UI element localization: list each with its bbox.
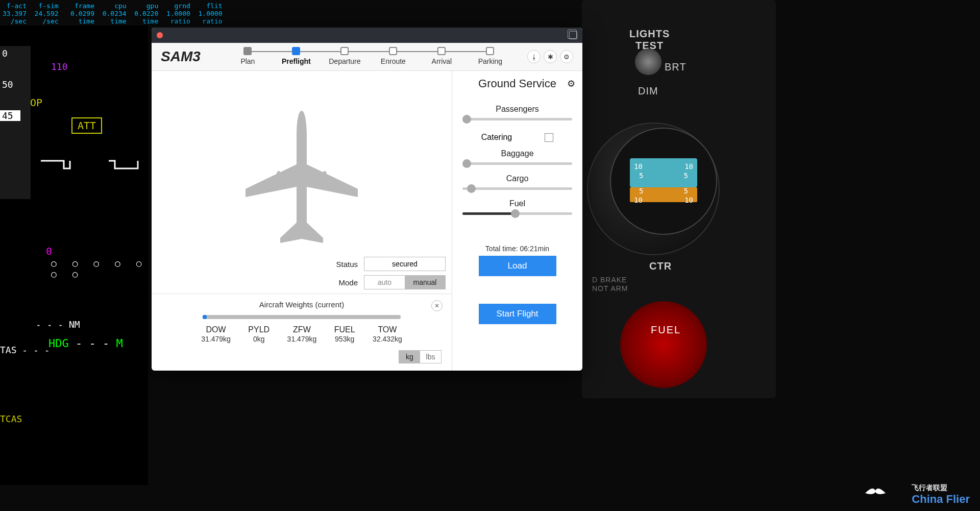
weight-columns: DOW31.479kg PYLD0kg ZFW31.479kg FUEL953k… <box>192 325 411 343</box>
total-time: Total time: 06:21min <box>461 245 573 253</box>
brake-label-1: D BRAKE <box>592 276 627 284</box>
step-departure[interactable]: Departure <box>321 47 369 65</box>
gs-settings-icon[interactable]: ⚙ <box>567 78 575 89</box>
flight-phase-stepper: Plan Preflight Departure Enroute Arrival… <box>211 47 527 65</box>
weight-pyld: PYLD0kg <box>248 325 270 343</box>
weights-panel: Aircraft Weights (current) ✕ DOW31.479kg… <box>152 294 452 371</box>
gear-icon[interactable]: ⚙ <box>560 50 573 63</box>
aircraft-panel: Status secured Mode auto manual Aircraft… <box>152 71 452 371</box>
lights-knob[interactable] <box>635 48 662 75</box>
catering-label: Catering <box>481 133 512 142</box>
start-flight-button[interactable]: Start Flight <box>479 304 556 324</box>
magenta-marker: 0 <box>46 245 52 257</box>
baggage-slider[interactable] <box>462 162 572 165</box>
ground-service-panel: Ground Service ⚙ Passengers Catering Bag… <box>452 71 582 371</box>
fuel-gauge: FUEL <box>620 301 707 388</box>
unit-lbs[interactable]: lbs <box>420 351 441 363</box>
unit-toggle[interactable]: kg lbs <box>399 350 442 363</box>
att-flag: ATT <box>71 117 102 134</box>
step-parking[interactable]: Parking <box>466 47 514 65</box>
close-button[interactable] <box>157 32 163 38</box>
tas-readout: TAS - - - <box>0 345 50 355</box>
mode-manual[interactable]: manual <box>405 276 445 289</box>
dim-label: DIM <box>638 85 658 97</box>
watermark-logo-icon <box>863 478 888 503</box>
aircraft-silhouette-icon <box>240 106 363 259</box>
settings-icon[interactable]: ✱ <box>544 50 557 63</box>
restore-window-icon[interactable] <box>569 31 577 39</box>
catering-checkbox[interactable] <box>545 133 553 142</box>
ctr-label: CTR <box>649 260 672 272</box>
status-row: Status secured <box>336 257 446 271</box>
lights-label: LIGHTS <box>629 28 670 40</box>
speed-tape: 0 50 45 <box>0 46 31 199</box>
step-enroute[interactable]: Enroute <box>369 47 418 65</box>
step-preflight[interactable]: Preflight <box>272 47 321 65</box>
step-plan[interactable]: Plan <box>224 47 272 65</box>
fuel-gauge-label: FUEL <box>651 324 681 336</box>
header: SAM3 Plan Preflight Departure Enroute Ar… <box>152 43 582 71</box>
unit-kg[interactable]: kg <box>399 351 420 363</box>
hdg-dots: ○ ○ ○ ○ ○ ○ ○ <box>51 258 148 279</box>
weight-zfw: ZFW31.479kg <box>287 325 317 343</box>
tcas-readout: TCAS <box>0 413 22 424</box>
debug-overlay: f-act f-sim frame cpu gpu grnd flit 33.3… <box>3 3 222 26</box>
cargo-label: Cargo <box>461 174 573 183</box>
status-value: secured <box>364 257 446 271</box>
hdg-readout: HDG - - - M <box>48 337 123 350</box>
load-button[interactable]: Load <box>479 256 556 276</box>
cargo-slider[interactable] <box>462 187 572 190</box>
pfd-panel: 110 V1INOP 0 50 45 ATT 0 ○ ○ ○ ○ ○ ○ ○ -… <box>0 26 148 485</box>
gs-title: Ground Service <box>478 77 556 90</box>
nm-readout: - - - NM <box>36 319 80 330</box>
weights-title: Aircraft Weights (current) <box>162 300 442 309</box>
sam3-window: SAM3 Plan Preflight Departure Enroute Ar… <box>152 28 582 371</box>
fuel-label: Fuel <box>461 199 573 208</box>
weight-tow: TOW32.432kg <box>373 325 402 343</box>
flight-director-bars <box>38 151 140 181</box>
download-icon[interactable]: ⭳ <box>527 50 541 63</box>
step-arrival[interactable]: Arrival <box>418 47 466 65</box>
passengers-label: Passengers <box>461 105 573 114</box>
brake-label-2: NOT ARM <box>592 284 628 293</box>
titlebar[interactable] <box>152 28 582 43</box>
mode-toggle[interactable]: auto manual <box>364 275 446 289</box>
mode-row: Mode auto manual <box>336 275 446 289</box>
close-weights-icon[interactable]: ✕ <box>431 300 443 311</box>
weight-dow: DOW31.479kg <box>201 325 231 343</box>
watermark: 飞行者联盟 China Flier <box>912 483 970 506</box>
brt-label: BRT <box>665 61 687 73</box>
app-logo: SAM3 <box>161 48 201 65</box>
weight-fuel: FUEL953kg <box>334 325 355 343</box>
fuel-slider[interactable] <box>462 212 572 215</box>
adi-gauge: 10 10 5 5 5 5 10 10 <box>610 128 717 235</box>
passengers-slider[interactable] <box>462 118 572 120</box>
mode-auto[interactable]: auto <box>364 276 405 289</box>
baggage-label: Baggage <box>461 149 573 158</box>
weight-bar <box>203 315 401 319</box>
